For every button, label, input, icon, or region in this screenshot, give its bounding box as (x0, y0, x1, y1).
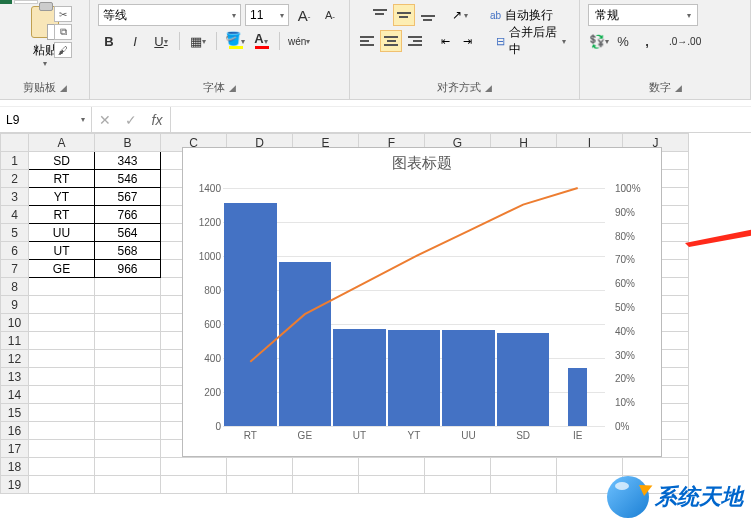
embedded-chart[interactable]: 图表标题 0200400600800100012001400 0%10%20%3… (182, 147, 662, 457)
name-box[interactable]: L9 ▾ (0, 107, 92, 132)
cell[interactable]: SD (29, 152, 95, 170)
cell[interactable] (359, 458, 425, 476)
cut-button[interactable]: ✂ (54, 6, 72, 22)
chart-plot-area[interactable] (223, 188, 605, 426)
row-header[interactable]: 11 (1, 332, 29, 350)
cell[interactable] (95, 458, 161, 476)
merge-center-button[interactable]: ⊟ 合并后居中 ▾ (489, 30, 573, 52)
cell[interactable]: 546 (95, 170, 161, 188)
cell[interactable] (29, 422, 95, 440)
cell[interactable] (95, 386, 161, 404)
number-format-select[interactable]: 常规 ▾ (588, 4, 698, 26)
cell[interactable] (95, 332, 161, 350)
row-header[interactable]: 2 (1, 170, 29, 188)
fx-button[interactable]: fx (144, 107, 170, 132)
formula-input[interactable] (171, 107, 751, 132)
cell[interactable]: UT (29, 242, 95, 260)
cell[interactable] (161, 476, 227, 494)
bold-button[interactable]: B (98, 30, 120, 52)
row-header[interactable]: 16 (1, 422, 29, 440)
cell[interactable]: GE (29, 260, 95, 278)
align-top-button[interactable] (369, 4, 391, 26)
cell[interactable] (491, 476, 557, 494)
copy-button[interactable]: ⧉ (54, 24, 72, 40)
accounting-format-button[interactable]: 💱▾ (588, 30, 610, 52)
cell[interactable] (491, 458, 557, 476)
cell[interactable]: YT (29, 188, 95, 206)
cell[interactable] (95, 404, 161, 422)
shrink-font-button[interactable]: Aˇ (319, 4, 341, 26)
cell[interactable] (29, 368, 95, 386)
cell[interactable] (161, 458, 227, 476)
row-header[interactable]: 15 (1, 404, 29, 422)
comma-format-button[interactable]: , (636, 30, 658, 52)
row-header[interactable]: 8 (1, 278, 29, 296)
align-left-button[interactable] (356, 30, 378, 52)
increase-decimal-button[interactable]: .0→.00 (668, 30, 702, 52)
row-header[interactable]: 10 (1, 314, 29, 332)
orientation-button[interactable]: ↗▾ (449, 4, 471, 26)
cell[interactable] (293, 476, 359, 494)
phonetic-button[interactable]: wén▾ (287, 30, 311, 52)
increase-indent-button[interactable]: ⇥ (457, 30, 477, 52)
fill-color-button[interactable]: 🪣▾ (224, 30, 246, 52)
row-header[interactable]: 14 (1, 386, 29, 404)
cell[interactable]: RT (29, 170, 95, 188)
dialog-launcher-icon[interactable]: ◢ (229, 83, 236, 93)
column-header[interactable]: B (95, 134, 161, 152)
cell[interactable] (227, 458, 293, 476)
row-header[interactable]: 7 (1, 260, 29, 278)
row-header[interactable]: 13 (1, 368, 29, 386)
cell[interactable] (29, 296, 95, 314)
cell[interactable]: 568 (95, 242, 161, 260)
cell[interactable] (29, 350, 95, 368)
cell[interactable] (95, 440, 161, 458)
cell[interactable] (293, 458, 359, 476)
cell[interactable]: 564 (95, 224, 161, 242)
cell[interactable] (29, 476, 95, 494)
font-size-select[interactable]: 11 ▾ (245, 4, 289, 26)
font-color-button[interactable]: A▾ (250, 30, 272, 52)
row-header[interactable]: 19 (1, 476, 29, 494)
row-header[interactable]: 12 (1, 350, 29, 368)
cell[interactable]: 343 (95, 152, 161, 170)
select-all-cell[interactable] (1, 134, 29, 152)
cell[interactable] (425, 458, 491, 476)
font-name-select[interactable]: 等线 ▾ (98, 4, 241, 26)
row-header[interactable]: 3 (1, 188, 29, 206)
cell[interactable]: 567 (95, 188, 161, 206)
cell[interactable] (29, 404, 95, 422)
format-painter-button[interactable]: 🖌 (54, 42, 72, 58)
cell[interactable] (95, 476, 161, 494)
underline-button[interactable]: U▾ (150, 30, 172, 52)
column-header[interactable]: A (29, 134, 95, 152)
cell[interactable] (557, 458, 623, 476)
dialog-launcher-icon[interactable]: ◢ (675, 83, 682, 93)
dialog-launcher-icon[interactable]: ◢ (60, 83, 67, 93)
row-header[interactable]: 6 (1, 242, 29, 260)
grow-font-button[interactable]: Aˆ (293, 4, 315, 26)
row-header[interactable]: 4 (1, 206, 29, 224)
wrap-text-button[interactable]: ab 自动换行 (483, 4, 560, 26)
cancel-entry-button[interactable]: ✕ (92, 107, 118, 132)
cell[interactable] (95, 314, 161, 332)
cell[interactable] (359, 476, 425, 494)
cell[interactable] (95, 296, 161, 314)
row-header[interactable]: 5 (1, 224, 29, 242)
cell[interactable]: RT (29, 206, 95, 224)
align-right-button[interactable] (404, 30, 426, 52)
cell[interactable] (29, 440, 95, 458)
row-header[interactable]: 9 (1, 296, 29, 314)
cell[interactable] (425, 476, 491, 494)
cell[interactable] (95, 422, 161, 440)
cell[interactable]: 766 (95, 206, 161, 224)
cell[interactable] (29, 278, 95, 296)
row-header[interactable]: 1 (1, 152, 29, 170)
cell[interactable] (95, 350, 161, 368)
chart-title[interactable]: 图表标题 (183, 154, 661, 173)
align-bottom-button[interactable] (417, 4, 439, 26)
row-header[interactable]: 18 (1, 458, 29, 476)
row-header[interactable]: 17 (1, 440, 29, 458)
cell[interactable] (29, 314, 95, 332)
decrease-indent-button[interactable]: ⇤ (435, 30, 455, 52)
